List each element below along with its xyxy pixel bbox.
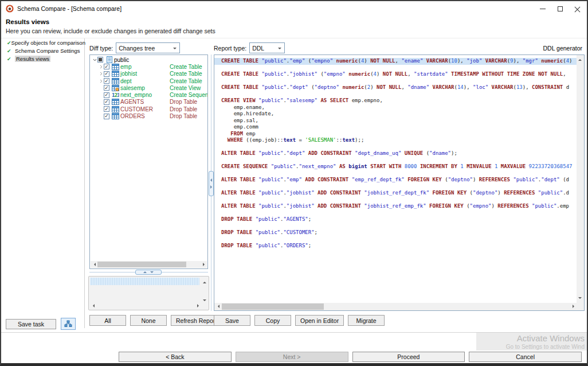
sql-line[interactable]: FROM emp <box>214 131 577 138</box>
sql-line[interactable]: CREATE TABLE "public"."emp" ("empno" num… <box>214 58 577 65</box>
chevron-down-icon[interactable] <box>92 57 97 63</box>
chevron-right-icon[interactable] <box>98 79 104 84</box>
save-task-button[interactable]: Save task <box>6 319 56 329</box>
sql-line[interactable] <box>214 144 577 151</box>
scroll-right-icon[interactable] <box>197 304 201 307</box>
sql-line[interactable]: CREATE VIEW "public"."salesemp" AS SELEC… <box>214 98 577 104</box>
tree-item-emp[interactable]: ✓empCreate Table <box>90 63 207 70</box>
sql-line[interactable]: emp.ename, <box>214 104 577 111</box>
sql-line[interactable]: WHERE ((emp.job)::text = 'SALESMAN'::tex… <box>214 137 577 144</box>
tree-node-label: dept <box>120 78 131 84</box>
scheduler-icon <box>64 320 72 328</box>
scrollbar-thumb[interactable] <box>97 262 186 267</box>
checkbox[interactable]: ✓ <box>104 99 109 105</box>
maximize-button[interactable] <box>551 1 569 16</box>
sql-line[interactable]: CREATE SEQUENCE "public"."next_empno" AS… <box>214 163 577 170</box>
sql-line[interactable]: ALTER TABLE "public"."jobhist" ADD CONST… <box>214 203 577 210</box>
sql-line[interactable]: DROP TABLE "public"."ORDERS"; <box>214 243 577 250</box>
tree-item-orders[interactable]: ✓ORDERSDrop Table <box>90 112 207 119</box>
collapse-left-icon <box>209 178 212 182</box>
wizard-step-label: Results views <box>15 56 50 62</box>
sql-line[interactable] <box>214 78 577 85</box>
sql-line[interactable]: ALTER TABLE "public"."dept" ADD CONSTRAI… <box>214 150 577 157</box>
close-button[interactable] <box>569 1 586 16</box>
scroll-right-icon[interactable] <box>573 305 576 308</box>
wizard-step-specify-objects-for-comparison[interactable]: ✔Specify objects for comparison <box>7 39 84 46</box>
report-type-label: Report type: <box>214 45 246 52</box>
sql-code-area[interactable]: CREATE TABLE "public"."emp" ("empno" num… <box>214 58 577 303</box>
detail-selected-row[interactable] <box>90 278 199 285</box>
scroll-up-icon[interactable] <box>203 280 206 283</box>
sql-line[interactable] <box>214 197 577 204</box>
migrate-button[interactable]: Migrate <box>348 315 385 326</box>
collapse-up-icon <box>143 270 147 273</box>
chevron-right-icon[interactable] <box>98 64 104 69</box>
scroll-left-icon[interactable] <box>92 263 96 266</box>
diff-type-select[interactable]: Changes tree <box>116 42 180 53</box>
sql-line[interactable]: CREATE TABLE "public"."dept" ("deptno" n… <box>214 84 577 91</box>
schedule-task-button[interactable] <box>61 318 76 330</box>
copy-button[interactable]: Copy <box>254 315 291 326</box>
tree-item-salesemp[interactable]: ✓salesempCreate View <box>90 84 207 91</box>
open-in-editor-button[interactable]: Open in Editor <box>295 315 344 326</box>
code-vertical-scrollbar[interactable] <box>577 55 584 303</box>
sql-line[interactable] <box>214 65 577 72</box>
sql-line[interactable] <box>214 184 577 190</box>
proceed-button[interactable]: Proceed <box>352 352 465 362</box>
sql-line[interactable] <box>214 170 577 177</box>
scroll-right-icon[interactable] <box>203 263 206 266</box>
checkbox[interactable]: ✓ <box>104 71 109 77</box>
sql-line[interactable]: DROP TABLE "public"."AGENTS"; <box>214 216 577 223</box>
all-button[interactable]: All <box>89 315 126 326</box>
wizard-step-schema-compare-settings[interactable]: ✔Schema Compare Settings <box>7 47 84 54</box>
scrollbar-thumb[interactable] <box>222 303 324 310</box>
code-horizontal-scrollbar[interactable] <box>214 303 577 310</box>
scrollbar-corner <box>577 303 584 310</box>
checkbox[interactable]: ✓ <box>104 106 109 112</box>
tree-root-public[interactable]: public <box>90 56 207 63</box>
tree-horizontal-scrollbar[interactable] <box>91 261 207 268</box>
sql-line[interactable]: DROP TABLE "public"."CUSTOMER"; <box>214 229 577 236</box>
back-button[interactable]: < Back <box>119 352 232 362</box>
checkbox[interactable]: ✓ <box>104 114 109 119</box>
sql-line[interactable]: ALTER TABLE "public"."emp" ADD CONSTRAIN… <box>214 177 577 184</box>
checkbox[interactable] <box>97 57 103 63</box>
save-button[interactable]: Save <box>214 315 250 326</box>
scroll-left-icon[interactable] <box>216 305 219 308</box>
sql-line[interactable]: CREATE TABLE "public"."jobhist" ("empno"… <box>214 71 577 78</box>
report-type-select[interactable]: DDL <box>249 42 285 53</box>
sql-line[interactable]: emp.hiredate, <box>214 111 577 118</box>
sql-line[interactable]: emp.sal, <box>214 118 577 124</box>
checkbox[interactable]: ✓ <box>104 64 109 69</box>
tree-item-agents[interactable]: ✓AGENTSDrop Table <box>90 99 207 106</box>
tree-item-dept[interactable]: ✓deptCreate Table <box>90 77 207 84</box>
sql-line[interactable] <box>214 210 577 217</box>
scroll-down-icon[interactable] <box>578 297 582 301</box>
sql-line[interactable] <box>214 157 577 164</box>
sequence-icon: 123 <box>111 92 120 98</box>
scroll-down-icon[interactable] <box>203 299 206 303</box>
tree-item-next-empno[interactable]: ✓123next_empnoCreate Sequence <box>90 91 207 98</box>
sql-line[interactable]: emp.comm <box>214 124 577 131</box>
horizontal-splitter-handle[interactable] <box>135 270 162 275</box>
sql-line[interactable]: ALTER TABLE "public"."jobhist" ADD CONST… <box>214 190 577 197</box>
cancel-button[interactable]: Cancel <box>469 352 582 362</box>
tree-item-jobhist[interactable]: ✓jobhistCreate Table <box>90 71 207 77</box>
wizard-step-results-views[interactable]: ✔Results views <box>7 55 84 63</box>
next-button: Next > <box>236 352 348 362</box>
sql-line[interactable] <box>214 91 577 98</box>
header-divider <box>1 38 587 38</box>
checkbox[interactable]: ✓ <box>104 92 109 98</box>
watermark-line1: Activate Windows <box>506 333 585 343</box>
checkbox[interactable]: ✓ <box>104 85 109 91</box>
none-button[interactable]: None <box>130 315 167 326</box>
sql-line[interactable] <box>214 236 577 243</box>
vertical-splitter-handle[interactable] <box>209 171 214 196</box>
scroll-left-icon[interactable] <box>91 304 95 307</box>
chevron-right-icon[interactable] <box>98 71 104 76</box>
checkbox[interactable]: ✓ <box>104 78 109 84</box>
tree-item-customer[interactable]: ✓CUSTOMERDrop Table <box>90 106 207 112</box>
sql-line[interactable] <box>214 223 577 230</box>
scroll-up-icon[interactable] <box>578 57 582 61</box>
minimize-button[interactable] <box>534 1 551 16</box>
